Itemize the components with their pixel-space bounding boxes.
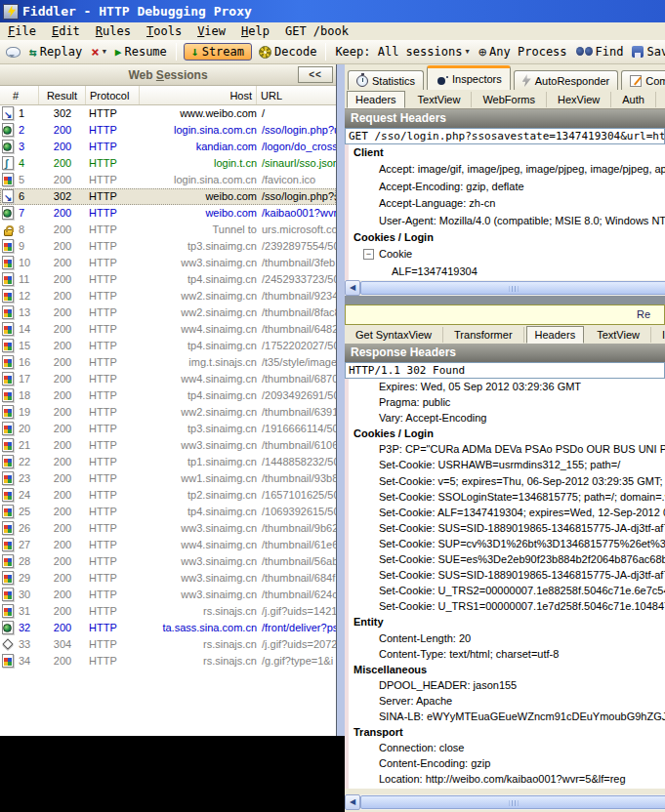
- panel-splitter[interactable]: [337, 64, 345, 812]
- table-row[interactable]: 31 200 HTTP rs.sinajs.cn /j.gif?uids=142…: [0, 603, 336, 620]
- table-row[interactable]: 5 200 HTTP login.sina.com.cn /favicon.ic…: [0, 172, 336, 188]
- table-row[interactable]: 11 200 HTTP tp4.sinaimg.cn /2452933723/5…: [0, 271, 336, 288]
- scrollbar-thumb[interactable]: [360, 281, 665, 295]
- header-line[interactable]: Cookie: [349, 246, 665, 263]
- table-row[interactable]: 3 200 HTTP kandian.com /logon/do_cross: [0, 139, 336, 155]
- menu-item[interactable]: Tools: [139, 23, 189, 39]
- header-line[interactable]: Set-Cookie: SUS=SID-1889019865-134681577…: [349, 567, 665, 583]
- request-tab[interactable]: Headers: [347, 91, 405, 108]
- header-line[interactable]: Set-Cookie: U_TRS2=00000007.1e88258f.504…: [349, 583, 665, 598]
- request-tab[interactable]: HexView: [547, 92, 611, 107]
- header-line[interactable]: Set-Cookie: ALF=1347419304; expires=Wed,…: [349, 505, 665, 520]
- header-line[interactable]: Client: [349, 144, 665, 161]
- table-row[interactable]: 9 200 HTTP tp3.sinaimg.cn /2392897554/50: [0, 238, 336, 255]
- table-row[interactable]: 13 200 HTTP ww2.sinaimg.cn /thumbnail/8f…: [0, 304, 336, 321]
- column-header[interactable]: Host: [140, 86, 257, 104]
- menu-item[interactable]: File: [0, 23, 44, 39]
- scrollbar-thumb[interactable]: [360, 795, 665, 809]
- table-row[interactable]: 24 200 HTTP tp2.sinaimg.cn /1657101625/5…: [0, 487, 336, 504]
- table-row[interactable]: 4 200 HTTP login.t.cn /sinaurl/sso.json: [0, 155, 336, 172]
- request-tab[interactable]: WebForms: [472, 92, 547, 107]
- header-line[interactable]: Accept: image/gif, image/jpeg, image/pjp…: [349, 161, 665, 178]
- keep-sessions-dropdown[interactable]: Keep: All sessions▼: [333, 44, 471, 60]
- table-row[interactable]: 18 200 HTTP tp4.sinaimg.cn /2093492691/5…: [0, 387, 336, 404]
- collapse-panel-button[interactable]: <<: [298, 66, 333, 83]
- top-tab[interactable]: AutoResponder: [514, 70, 618, 90]
- header-line[interactable]: SINA-LB: eWYyMTEuaGEueWZncm91cDEuYmoubG9…: [349, 709, 665, 724]
- top-tab[interactable]: Inspectors: [427, 65, 511, 90]
- request-line[interactable]: GET /sso/login.php?ssosavestate=13474193…: [345, 128, 665, 144]
- table-row[interactable]: 26 200 HTTP ww3.sinaimg.cn /thumbnail/9b…: [0, 520, 336, 537]
- header-line[interactable]: Miscellaneous: [349, 662, 665, 677]
- table-row[interactable]: 14 200 HTTP ww4.sinaimg.cn /thumbnail/64…: [0, 321, 336, 338]
- table-row[interactable]: 25 200 HTTP tp4.sinaimg.cn /1069392615/5…: [0, 504, 336, 520]
- table-row[interactable]: 33 304 HTTP rs.sinajs.cn /j.gif?uids=207…: [0, 636, 336, 653]
- header-line[interactable]: Set-Cookie: SSOLoginState=1346815775; pa…: [349, 489, 665, 505]
- request-tab[interactable]: Auth: [611, 92, 656, 107]
- remove-button[interactable]: ×▼: [89, 44, 108, 60]
- header-line[interactable]: Set-Cookie: SUS=SID-1889019865-134681577…: [349, 520, 665, 536]
- table-row[interactable]: 32 200 HTTP ta.sass.sina.com.cn /front/d…: [0, 620, 336, 636]
- response-tab[interactable]: Headers: [526, 326, 585, 344]
- table-row[interactable]: 10 200 HTTP ww3.sinaimg.cn /thumbnail/3f…: [0, 255, 336, 271]
- header-line[interactable]: Cookies / Login: [349, 229, 665, 246]
- table-row[interactable]: 21 200 HTTP ww3.sinaimg.cn /thumbnail/61…: [0, 437, 336, 454]
- header-line[interactable]: User-Agent: Mozilla/4.0 (compatible; MSI…: [349, 213, 665, 229]
- top-tab[interactable]: Comp: [621, 70, 665, 90]
- column-header[interactable]: Result: [39, 86, 86, 104]
- response-tab[interactable]: Im: [651, 327, 665, 343]
- header-line[interactable]: Entity: [349, 614, 665, 629]
- header-line[interactable]: Set-Cookie: U_TRS1=00000007.1e7d258f.504…: [349, 598, 665, 614]
- menu-item[interactable]: Rules: [88, 23, 139, 39]
- table-row[interactable]: 27 200 HTTP ww4.sinaimg.cn /thumbnail/61…: [0, 537, 336, 553]
- resume-button[interactable]: ▶Resume: [113, 44, 169, 60]
- table-row[interactable]: 20 200 HTTP tp3.sinaimg.cn /1916666114/5…: [0, 421, 336, 437]
- header-line[interactable]: ALF=1347419304: [349, 264, 665, 280]
- any-process-button[interactable]: ⊕Any Process: [477, 44, 569, 60]
- decode-button[interactable]: Decode: [257, 44, 318, 60]
- table-row[interactable]: 23 200 HTTP ww1.sinaimg.cn /thumbnail/93…: [0, 470, 336, 487]
- response-tab[interactable]: Get SyntaxView: [345, 327, 443, 343]
- table-row[interactable]: 15 200 HTTP tp4.sinaimg.cn /1752202027/5…: [0, 338, 336, 354]
- header-line[interactable]: Transport: [349, 724, 665, 740]
- table-row[interactable]: 34 200 HTTP rs.sinajs.cn /g.gif?type=1&i: [0, 653, 336, 670]
- menu-item[interactable]: View: [189, 23, 233, 39]
- header-line[interactable]: Set-Cookie: v=5; expires=Thu, 06-Sep-201…: [349, 473, 665, 489]
- header-line[interactable]: DPOOL_HEADER: jason155: [349, 677, 665, 693]
- request-tab[interactable]: TextView: [407, 92, 473, 107]
- inspector-splitter[interactable]: [345, 296, 665, 304]
- header-line[interactable]: Server: Apache: [349, 693, 665, 709]
- save-button[interactable]: Save: [630, 44, 665, 60]
- scroll-left-arrow-icon[interactable]: ◀: [345, 794, 360, 810]
- table-row[interactable]: 12 200 HTTP ww2.sinaimg.cn /thumbnail/92…: [0, 288, 336, 304]
- table-row[interactable]: 7 200 HTTP weibo.com /kaibao001?wvr=: [0, 205, 336, 222]
- header-line[interactable]: Expires: Wed, 05 Sep 2012 03:29:36 GMT: [349, 379, 665, 394]
- menu-item[interactable]: Edit: [44, 23, 88, 39]
- header-line[interactable]: P3P: CP="CURa ADMa DEVa PSAo PSDo OUR BU…: [349, 441, 665, 457]
- top-tab[interactable]: Statistics: [348, 70, 424, 90]
- request-tab[interactable]: C: [656, 92, 665, 107]
- header-line[interactable]: Pragma: public: [349, 394, 665, 410]
- column-header[interactable]: URL: [257, 86, 336, 104]
- column-header[interactable]: Protocol: [86, 86, 140, 104]
- response-status-line[interactable]: HTTP/1.1 302 Found: [345, 362, 665, 379]
- header-line[interactable]: Connection: close: [349, 740, 665, 755]
- header-line[interactable]: Location: http://weibo.com/kaibao001?wvr…: [349, 771, 665, 787]
- table-row[interactable]: 8 200 HTTP Tunnel to urs.microsoft.co: [0, 222, 336, 238]
- table-row[interactable]: 17 200 HTTP ww4.sinaimg.cn /thumbnail/68…: [0, 371, 336, 387]
- header-line[interactable]: Content-Type: text/html; charset=utf-8: [349, 646, 665, 662]
- response-tab[interactable]: TextView: [586, 327, 651, 343]
- response-horizontal-scrollbar[interactable]: ◀: [345, 794, 665, 810]
- table-row[interactable]: 6 302 HTTP weibo.com /sso/login.php?s: [0, 188, 336, 205]
- header-line[interactable]: Vary: Accept-Encoding: [349, 410, 665, 426]
- encoding-notice-bar[interactable]: Re: [345, 304, 665, 325]
- replay-button[interactable]: ⇆Replay: [27, 44, 84, 60]
- column-header[interactable]: #: [0, 86, 39, 104]
- comment-button[interactable]: [4, 46, 22, 59]
- table-row[interactable]: 19 200 HTTP ww2.sinaimg.cn /thumbnail/63…: [0, 404, 336, 421]
- response-tab[interactable]: Transformer: [443, 327, 524, 343]
- header-line[interactable]: Content-Encoding: gzip: [349, 755, 665, 771]
- header-line[interactable]: Accept-Encoding: gzip, deflate: [349, 179, 665, 195]
- table-row[interactable]: 28 200 HTTP ww3.sinaimg.cn /thumbnail/56…: [0, 553, 336, 570]
- header-line[interactable]: Set-Cookie: SUE=es%3De2eb90f23b884b2f206…: [349, 551, 665, 567]
